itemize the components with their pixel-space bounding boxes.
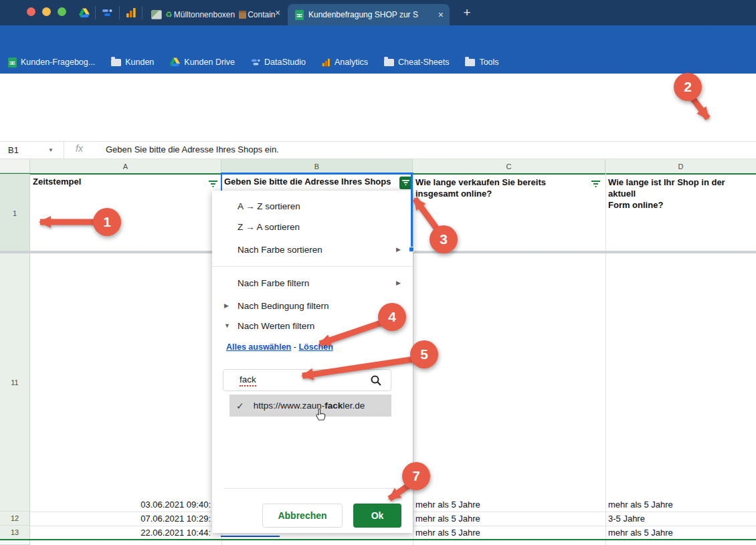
folder-icon <box>465 59 475 66</box>
search-icon <box>371 375 381 386</box>
filter-value-label: https://www.zaun-fackler.de <box>254 401 365 411</box>
tab-favicon-image <box>151 10 162 19</box>
bookmark-kunden-folder[interactable]: Kunden <box>111 58 154 67</box>
bookmark-cheat-sheets-folder[interactable]: Cheat-Sheets <box>384 58 449 67</box>
cell-a12[interactable]: 07.06.2021 10:29: <box>30 512 221 526</box>
bookmark-label: Kunden Drive <box>184 58 235 67</box>
cell-text: Wie lange verkaufen Sie bereits <box>415 177 546 187</box>
drive-icon <box>170 58 180 67</box>
annotation-step-7: 7 <box>402 462 430 490</box>
bookmark-label: Analytics <box>335 58 368 67</box>
checkmark-icon: ✓ <box>236 401 244 411</box>
tab-close-icon[interactable]: × <box>272 7 283 18</box>
container-icon <box>239 11 246 19</box>
row-header-11[interactable]: 11 <box>0 253 30 512</box>
cursor-hand-icon <box>316 408 326 421</box>
divider <box>95 6 96 19</box>
menu-item-sort-by-color[interactable]: Nach Farbe sortieren▶ <box>212 239 413 259</box>
select-all-corner[interactable] <box>0 159 30 173</box>
expand-expanded-icon: ▼ <box>224 322 230 329</box>
bookmarks-bar: Kunden-Fragebog... Kunden Kunden Drive D… <box>0 51 756 74</box>
filter-funnel-icon[interactable] <box>591 181 600 188</box>
column-header-b[interactable]: B <box>221 159 413 173</box>
sheets-toolbar: ↶ ↷ 100%▼ € % .0 .00 123▼ Standard (...▼… <box>0 119 756 142</box>
bookmark-analytics[interactable]: Analytics <box>322 58 368 67</box>
selection-border <box>221 173 413 175</box>
cell-b1[interactable]: Geben Sie bitte die Adresse Ihres Shops <box>221 174 398 190</box>
cell-a13[interactable]: 22.06.2021 10:44: <box>30 526 221 540</box>
filter-dropdown-menu: A → Z sortieren Z → A sortieren Nach Far… <box>212 191 413 533</box>
link-separator: - <box>294 342 296 352</box>
row-header-13[interactable]: 13 <box>0 526 30 540</box>
tab-title: Kundenbefragung SHOP zur S <box>308 10 418 19</box>
formula-input[interactable]: Geben Sie bitte die Adresse Ihres Shops … <box>106 144 279 154</box>
window-close-button[interactable] <box>27 7 35 16</box>
bookmark-label: Tools <box>479 58 498 67</box>
window-minimize-button[interactable] <box>42 7 51 16</box>
annotation-step-2: 2 <box>674 73 702 101</box>
menu-divider <box>212 266 413 267</box>
bookmark-datastudio[interactable]: DataStudio <box>251 58 306 67</box>
filter-value-item-selected[interactable]: ✓ https://www.zaun-fackler.de <box>229 395 391 417</box>
recycle-icon: ♻ <box>165 10 173 19</box>
row-header-1[interactable]: 1 <box>0 174 30 253</box>
cell-d1[interactable]: Wie lange ist Ihr Shop in der aktuell Fo… <box>605 174 756 253</box>
menu-item-sort-za[interactable]: Z → A sortieren <box>212 217 413 237</box>
cell-c13[interactable]: mehr als 5 Jahre <box>413 526 605 540</box>
filter-search-input[interactable]: fack <box>223 369 391 391</box>
select-all-link[interactable]: Alles auswählen <box>226 342 291 352</box>
row-header-partial <box>0 540 30 545</box>
menu-item-filter-by-color[interactable]: Nach Farbe filtern▶ <box>212 273 413 293</box>
submenu-arrow-icon: ▶ <box>396 246 401 253</box>
clear-link[interactable]: Löschen <box>298 342 333 352</box>
datastudio-icon <box>251 58 260 67</box>
cell-text: Wie lange ist Ihr Shop in der aktuell <box>608 177 725 199</box>
selection-fill-handle[interactable] <box>409 247 414 252</box>
row-header-12[interactable]: 12 <box>0 512 30 526</box>
column-header-a[interactable]: A <box>30 159 221 173</box>
sheets-icon <box>8 58 17 68</box>
bookmark-kunden-drive[interactable]: Kunden Drive <box>170 58 235 67</box>
annotation-step-4: 4 <box>378 303 406 331</box>
cell-a11[interactable]: 03.06.2021 09:40: <box>30 253 221 512</box>
selection-border <box>411 173 413 250</box>
cell-c12[interactable]: mehr als 5 Jahre <box>413 512 605 526</box>
filter-funnel-icon[interactable] <box>209 181 217 188</box>
tab-muelltonnenboxen[interactable]: ♻ Mülltonnenboxen Contain <box>149 4 282 25</box>
new-tab-button[interactable]: + <box>459 5 475 21</box>
cell-a1[interactable]: Zeitstempel <box>30 174 221 253</box>
folder-icon <box>384 59 394 66</box>
drive-pinned-tab-icon[interactable] <box>79 7 90 18</box>
window-zoom-button[interactable] <box>58 7 66 16</box>
menu-item-sort-az[interactable]: A → Z sortieren <box>212 196 413 216</box>
cancel-button[interactable]: Abbrechen <box>262 504 343 528</box>
cell-d13[interactable]: mehr als 5 Jahre <box>605 526 756 540</box>
divider <box>119 6 120 19</box>
ok-button[interactable]: Ok <box>353 504 401 528</box>
column-header-c[interactable]: C <box>413 159 605 173</box>
cell-d11[interactable]: mehr als 5 Jahre <box>605 253 756 512</box>
bookmark-label: Cheat-Sheets <box>398 58 449 67</box>
folder-icon <box>111 59 121 66</box>
dropdown-caret-icon[interactable]: ▼ <box>48 147 54 153</box>
bookmark-label: DataStudio <box>264 58 306 67</box>
datastudio-pinned-tab-icon[interactable] <box>102 7 112 18</box>
annotation-step-1: 1 <box>93 208 121 236</box>
name-box[interactable]: B1 ▼ <box>0 142 64 158</box>
sheets-favicon <box>295 10 304 20</box>
footer-divider <box>224 488 401 489</box>
cell-c11[interactable]: mehr als 5 Jahre <box>413 253 605 512</box>
column-header-d[interactable]: D <box>605 159 756 173</box>
cell-d12[interactable]: 3-5 Jahre <box>605 512 756 526</box>
partial-link-underline <box>221 536 280 537</box>
bookmark-label: Kunden-Fragebog... <box>21 58 95 67</box>
tab-kundenbefragung-active[interactable]: Kundenbefragung SHOP zur S × <box>288 4 450 25</box>
bookmark-kunden-fragebogen[interactable]: Kunden-Fragebog... <box>8 58 95 68</box>
tab-title-2: Contain <box>248 10 275 19</box>
tab-strip: ♻ Mülltonnenboxen Contain × Kundenbefrag… <box>0 0 756 25</box>
tab-close-icon[interactable]: × <box>438 9 444 20</box>
tab-title: Mülltonnenboxen <box>174 10 235 19</box>
analytics-icon <box>322 58 330 67</box>
analytics-pinned-tab-icon[interactable] <box>126 7 136 18</box>
bookmark-tools-folder[interactable]: Tools <box>465 58 498 67</box>
